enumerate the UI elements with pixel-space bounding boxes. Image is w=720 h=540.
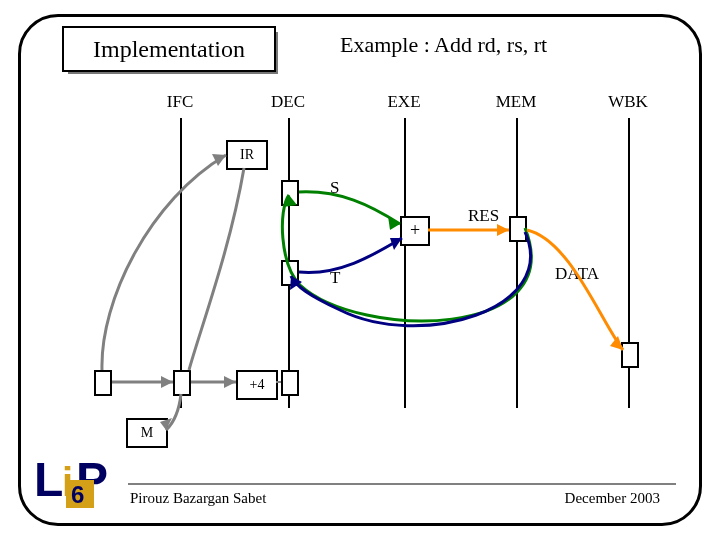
label-s: S bbox=[330, 178, 339, 198]
latch-wbk-data bbox=[621, 342, 639, 368]
footer-line bbox=[128, 483, 676, 485]
pipeline-line-exe bbox=[404, 118, 406, 408]
label-res: RES bbox=[468, 206, 499, 226]
latch-dec-pc bbox=[281, 370, 299, 396]
pipeline-line-mem bbox=[516, 118, 518, 408]
latch-dec-t bbox=[281, 260, 299, 286]
latch-pre-pc bbox=[94, 370, 112, 396]
subtitle: Example : Add rd, rs, rt bbox=[340, 32, 547, 58]
label-data: DATA bbox=[555, 264, 599, 284]
node-plus4: +4 bbox=[236, 370, 278, 400]
stage-label-mem: MEM bbox=[486, 92, 546, 112]
stage-label-dec: DEC bbox=[258, 92, 318, 112]
latch-ifc-pc bbox=[173, 370, 191, 396]
slide-frame bbox=[18, 14, 702, 526]
footer-author: Pirouz Bazargan Sabet bbox=[130, 490, 266, 507]
pipeline-line-ifc bbox=[180, 118, 182, 408]
logo-6: 6 bbox=[71, 481, 84, 508]
label-t: T bbox=[330, 268, 340, 288]
alu-plus: + bbox=[400, 216, 430, 246]
node-ir: IR bbox=[226, 140, 268, 170]
node-m: M bbox=[126, 418, 168, 448]
logo-lip6: L i P 6 bbox=[32, 442, 118, 516]
footer-date: December 2003 bbox=[565, 490, 660, 507]
stage-label-wbk: WBK bbox=[598, 92, 658, 112]
latch-mem-res bbox=[509, 216, 527, 242]
title-box: Implementation bbox=[62, 26, 276, 72]
stage-label-exe: EXE bbox=[374, 92, 434, 112]
latch-dec-s bbox=[281, 180, 299, 206]
logo-l: L bbox=[34, 453, 63, 506]
stage-label-ifc: IFC bbox=[150, 92, 210, 112]
slide: Implementation Example : Add rd, rs, rt … bbox=[0, 0, 720, 540]
